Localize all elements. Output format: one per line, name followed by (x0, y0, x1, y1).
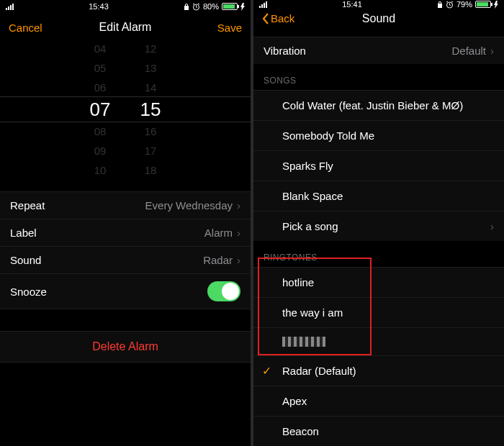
ringtone-custom-row[interactable] (253, 327, 504, 355)
sound-row[interactable]: Sound Radar › (0, 246, 251, 273)
minute-column[interactable]: 12 13 14 15 16 17 18 (125, 39, 176, 180)
battery-icon (222, 3, 238, 10)
cancel-button[interactable]: Cancel (9, 22, 52, 34)
page-title: Edit Alarm (52, 21, 199, 34)
status-time: 15:41 (342, 0, 362, 9)
lock-icon (184, 3, 189, 11)
hour-column[interactable]: 04 05 06 07 08 09 10 (75, 39, 125, 180)
battery-percent: 80% (203, 2, 219, 11)
ringtone-row[interactable]: ✓ Radar (Default) (253, 355, 504, 386)
chevron-right-icon: › (237, 227, 240, 239)
phone-sound: 15:41 79% Back Sound Vibration Default ›… (253, 0, 504, 446)
row-label: Repeat (10, 199, 45, 211)
chevron-right-icon: › (237, 254, 240, 266)
phone-edit-alarm: 15:43 80% Cancel Edit Alarm Save 04 05 0… (0, 0, 251, 446)
save-button[interactable]: Save (199, 22, 242, 34)
time-picker[interactable]: 04 05 06 07 08 09 10 12 13 14 15 16 17 1… (0, 45, 251, 174)
row-label: Snooze (10, 286, 47, 298)
charging-icon (494, 1, 498, 9)
signal-icon (6, 4, 14, 10)
ringtone-custom-row[interactable]: hotline (253, 267, 504, 297)
snooze-row: Snooze (0, 273, 251, 309)
songs-header: SONGS (253, 64, 504, 90)
row-label: Vibration (264, 45, 306, 57)
ringtone-row[interactable]: Beacon (253, 416, 504, 446)
battery-percent: 79% (456, 0, 472, 9)
row-label: Label (10, 227, 37, 239)
chevron-right-icon: › (490, 45, 494, 57)
redacted-text (282, 337, 325, 347)
battery-icon (475, 1, 491, 8)
row-label: Sound (10, 254, 41, 266)
signal-icon (259, 1, 267, 8)
song-row[interactable]: Sparks Fly (253, 150, 504, 181)
song-row[interactable]: Somebody Told Me (253, 120, 504, 150)
repeat-row[interactable]: Repeat Every Wednesday › (0, 191, 251, 219)
page-title: Sound (305, 12, 452, 25)
navbar: Back Sound (253, 9, 504, 28)
delete-alarm-button[interactable]: Delete Alarm (0, 331, 251, 363)
chevron-left-icon (262, 13, 269, 24)
navbar: Cancel Edit Alarm Save (0, 13, 251, 42)
status-bar: 15:41 79% (253, 0, 504, 9)
check-icon: ✓ (262, 364, 271, 378)
pick-song-row[interactable]: Pick a song › (253, 211, 504, 241)
alarm-icon (446, 1, 454, 9)
lock-icon (437, 1, 443, 9)
chevron-right-icon: › (237, 199, 240, 211)
song-row[interactable]: Blank Space (253, 181, 504, 211)
ringtone-row[interactable]: Apex (253, 386, 504, 416)
alarm-icon (192, 3, 200, 11)
back-button[interactable]: Back (262, 12, 305, 24)
ringtone-custom-row[interactable]: the way i am (253, 297, 504, 327)
charging-icon (240, 3, 245, 11)
status-time: 15:43 (89, 2, 109, 11)
vibration-row[interactable]: Vibration Default › (253, 37, 504, 64)
status-bar: 15:43 80% (0, 0, 251, 13)
chevron-right-icon: › (490, 220, 494, 232)
label-row[interactable]: Label Alarm › (0, 219, 251, 246)
snooze-toggle[interactable] (207, 281, 240, 301)
song-row[interactable]: Cold Water (feat. Justin Bieber & MØ) (253, 90, 504, 120)
ringtones-header: RINGTONES (253, 241, 504, 267)
